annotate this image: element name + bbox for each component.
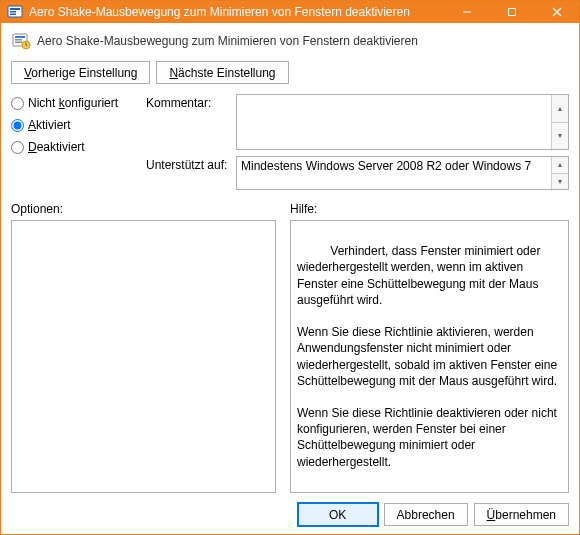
supported-scroll[interactable]: ▴▾ xyxy=(551,157,568,189)
help-label: Hilfe: xyxy=(290,202,569,216)
radio-disabled-input[interactable] xyxy=(11,141,24,154)
svg-rect-3 xyxy=(10,14,16,16)
apply-button[interactable]: Übernehmen xyxy=(474,503,569,526)
options-column: Optionen: xyxy=(11,202,276,493)
policy-title: Aero Shake-Mausbewegung zum Minimieren v… xyxy=(37,34,418,48)
radio-not-configured-input[interactable] xyxy=(11,97,24,110)
svg-rect-2 xyxy=(10,11,16,13)
supported-row: Unterstützt auf: Mindestens Windows Serv… xyxy=(146,156,569,190)
supported-value: Mindestens Windows Server 2008 R2 oder W… xyxy=(241,159,531,173)
cancel-button[interactable]: Abbrechen xyxy=(384,503,468,526)
comment-field[interactable]: ▴▾ xyxy=(236,94,569,150)
svg-rect-1 xyxy=(10,8,20,10)
supported-label: Unterstützt auf: xyxy=(146,156,228,172)
policy-header: Aero Shake-Mausbewegung zum Minimieren v… xyxy=(11,31,569,51)
help-panel[interactable]: Verhindert, dass Fenster minimiert oder … xyxy=(290,220,569,493)
radio-enabled[interactable]: Aktiviert xyxy=(11,118,136,132)
minimize-button[interactable] xyxy=(444,1,489,23)
settings-row: Nicht konfiguriert Aktiviert Deaktiviert… xyxy=(11,94,569,190)
radio-not-configured[interactable]: Nicht konfiguriert xyxy=(11,96,136,110)
svg-rect-10 xyxy=(15,39,22,41)
options-panel[interactable] xyxy=(11,220,276,493)
title-bar[interactable]: Aero Shake-Mausbewegung zum Minimieren v… xyxy=(1,1,579,23)
comment-scroll[interactable]: ▴▾ xyxy=(551,95,568,149)
comment-label: Kommentar: xyxy=(146,94,228,110)
dialog-footer: OK Abbrechen Übernehmen xyxy=(11,493,569,526)
radio-enabled-input[interactable] xyxy=(11,119,24,132)
next-setting-button[interactable]: Nächste Einstellung xyxy=(156,61,288,84)
supported-field: Mindestens Windows Server 2008 R2 oder W… xyxy=(236,156,569,190)
previous-setting-button[interactable]: Vorherige Einstellung xyxy=(11,61,150,84)
state-radio-group: Nicht konfiguriert Aktiviert Deaktiviert xyxy=(11,94,136,190)
columns: Optionen: Hilfe: Verhindert, dass Fenste… xyxy=(11,202,569,493)
window-buttons xyxy=(444,1,579,23)
radio-disabled[interactable]: Deaktiviert xyxy=(11,140,136,154)
comment-row: Kommentar: ▴▾ xyxy=(146,94,569,150)
client-area: Aero Shake-Mausbewegung zum Minimieren v… xyxy=(1,23,579,534)
dialog-window: Aero Shake-Mausbewegung zum Minimieren v… xyxy=(0,0,580,535)
nav-buttons: Vorherige Einstellung Nächste Einstellun… xyxy=(11,61,569,84)
maximize-button[interactable] xyxy=(489,1,534,23)
help-value: Verhindert, dass Fenster minimiert oder … xyxy=(297,244,560,468)
window-title: Aero Shake-Mausbewegung zum Minimieren v… xyxy=(29,5,444,19)
policy-icon xyxy=(11,31,31,51)
svg-rect-5 xyxy=(508,9,515,16)
app-icon xyxy=(7,4,23,20)
help-column: Hilfe: Verhindert, dass Fenster minimier… xyxy=(290,202,569,493)
meta-fields: Kommentar: ▴▾ Unterstützt auf: Mindesten… xyxy=(146,94,569,190)
ok-button[interactable]: OK xyxy=(298,503,378,526)
svg-rect-11 xyxy=(15,42,22,44)
close-button[interactable] xyxy=(534,1,579,23)
svg-rect-9 xyxy=(15,36,25,38)
options-label: Optionen: xyxy=(11,202,276,216)
